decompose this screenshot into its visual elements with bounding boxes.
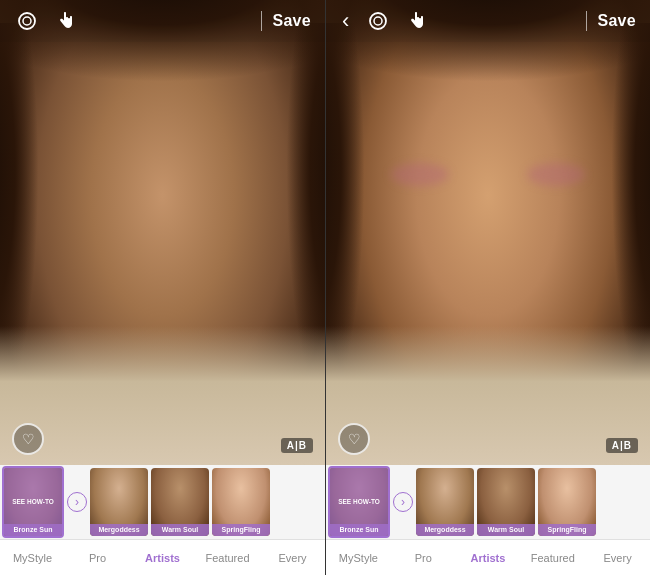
divider xyxy=(261,11,262,31)
tab-mystyle-right[interactable]: MyStyle xyxy=(326,540,391,575)
hand-pointer-icon[interactable] xyxy=(54,8,80,34)
tab-pro-left[interactable]: Pro xyxy=(65,540,130,575)
ab-badge-right: A|B xyxy=(606,438,638,453)
thumb-img-bronze-right: SEE HOW-TO Bronze Sun xyxy=(330,468,388,536)
nav-tabs-left: MyStyle Pro Artists Featured Every xyxy=(0,539,325,575)
thumb-bronze-sun-right[interactable]: SEE HOW-TO Bronze Sun xyxy=(328,466,390,538)
hair-left xyxy=(0,23,81,395)
warmsoul-label: Warm Soul xyxy=(151,524,209,536)
thumb-img-springfling: SpringFling xyxy=(212,468,270,536)
undo-icon[interactable] xyxy=(14,8,40,34)
back-button[interactable]: ‹ xyxy=(340,8,351,34)
thumb-mergoddess-right[interactable]: Mergoddess xyxy=(416,468,474,536)
blush-left xyxy=(391,163,449,186)
thumb-bronze-sun-left[interactable]: SEE HOW-TO Bronze Sun xyxy=(2,466,64,538)
tab-mystyle-left[interactable]: MyStyle xyxy=(0,540,65,575)
thumb-mergoddess-left[interactable]: Mergoddess xyxy=(90,468,148,536)
tab-artists-left[interactable]: Artists xyxy=(130,540,195,575)
thumb-img-bronze: SEE HOW-TO Bronze Sun xyxy=(4,468,62,536)
thumb-img-warmsoul-right: Warm Soul xyxy=(477,468,535,536)
warmsoul-label-right: Warm Soul xyxy=(477,524,535,536)
top-bar-right: ‹ Save xyxy=(326,0,650,42)
see-how-to-text: SEE HOW-TO xyxy=(12,498,54,506)
tab-every-left[interactable]: Every xyxy=(260,540,325,575)
save-button-right[interactable]: Save xyxy=(597,12,636,30)
top-bar-right-left-controls: ‹ xyxy=(340,8,431,34)
thumbnail-strip-right: SEE HOW-TO Bronze Sun › Mergoddess Warm … xyxy=(326,465,650,539)
springfling-label-right: SpringFling xyxy=(538,524,596,536)
thumb-springfling-right[interactable]: SpringFling xyxy=(538,468,596,536)
top-bar-right-controls: Save xyxy=(261,11,311,31)
face-image-area-right: ♡ A|B xyxy=(326,0,650,465)
springfling-label: SpringFling xyxy=(212,524,270,536)
see-how-to-text-right: SEE HOW-TO xyxy=(338,498,380,506)
thumb-img-springfling-right: SpringFling xyxy=(538,468,596,536)
save-button[interactable]: Save xyxy=(272,12,311,30)
top-bar-right-right-controls: Save xyxy=(586,11,636,31)
svg-point-1 xyxy=(23,17,31,25)
tab-featured-left[interactable]: Featured xyxy=(195,540,260,575)
top-bar-left: Save xyxy=(0,0,325,42)
right-panel: ‹ Save xyxy=(325,0,650,575)
thumb-img-mergoddess: Mergoddess xyxy=(90,468,148,536)
hair-right-right xyxy=(569,23,650,395)
ab-badge-left: A|B xyxy=(281,438,313,453)
thumb-springfling-left[interactable]: SpringFling xyxy=(212,468,270,536)
tab-artists-right[interactable]: Artists xyxy=(456,540,521,575)
tab-featured-right[interactable]: Featured xyxy=(520,540,585,575)
mergoddess-label-right: Mergoddess xyxy=(416,524,474,536)
thumbnail-strip-left: SEE HOW-TO Bronze Sun › Mergoddess Warm … xyxy=(0,465,325,539)
bronze-sun-label-right: Bronze Sun xyxy=(330,524,388,536)
thumb-warmsoul-right[interactable]: Warm Soul xyxy=(477,468,535,536)
bg-bottom xyxy=(0,326,325,466)
svg-point-3 xyxy=(374,17,382,25)
mergoddess-label: Mergoddess xyxy=(90,524,148,536)
heart-button-left[interactable]: ♡ xyxy=(12,423,44,455)
bg-bottom-right xyxy=(326,326,650,466)
hair-left-right xyxy=(326,23,407,395)
face-image-area-left: ♡ A|B xyxy=(0,0,325,465)
hand-pointer-icon-right[interactable] xyxy=(405,8,431,34)
bronze-sun-label: Bronze Sun xyxy=(4,524,62,536)
left-panel: Save ♡ A|B SEE HOW-TO Bronze Sun › xyxy=(0,0,325,575)
thumb-img-warmsoul: Warm Soul xyxy=(151,468,209,536)
svg-point-0 xyxy=(19,13,35,29)
hair-right xyxy=(244,23,325,395)
thumb-warmsoul-left[interactable]: Warm Soul xyxy=(151,468,209,536)
tab-every-right[interactable]: Every xyxy=(585,540,650,575)
thumb-img-mergoddess-right: Mergoddess xyxy=(416,468,474,536)
face-simulation-left xyxy=(0,0,325,465)
undo-icon-right[interactable] xyxy=(365,8,391,34)
tab-pro-right[interactable]: Pro xyxy=(391,540,456,575)
heart-button-right[interactable]: ♡ xyxy=(338,423,370,455)
scroll-right-arrow-left[interactable]: › xyxy=(67,492,87,512)
svg-point-2 xyxy=(370,13,386,29)
blush-right xyxy=(527,163,585,186)
nav-tabs-right: MyStyle Pro Artists Featured Every xyxy=(326,539,650,575)
divider-right xyxy=(586,11,587,31)
top-bar-left-controls xyxy=(14,8,80,34)
scroll-right-arrow-right[interactable]: › xyxy=(393,492,413,512)
face-simulation-right xyxy=(326,0,650,465)
